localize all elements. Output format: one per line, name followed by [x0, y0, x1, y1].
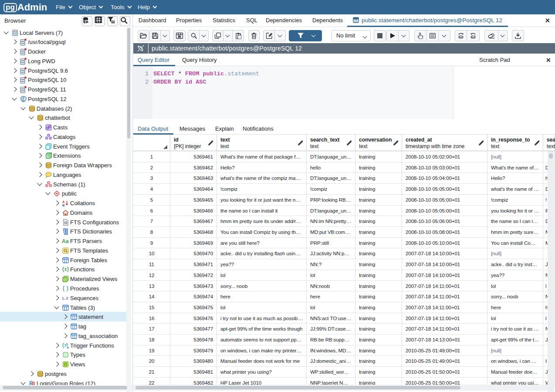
svg-text:Aa: Aa — [62, 238, 69, 244]
svg-text:1..3: 1..3 — [62, 296, 68, 301]
svg-text:B: B — [62, 203, 65, 207]
